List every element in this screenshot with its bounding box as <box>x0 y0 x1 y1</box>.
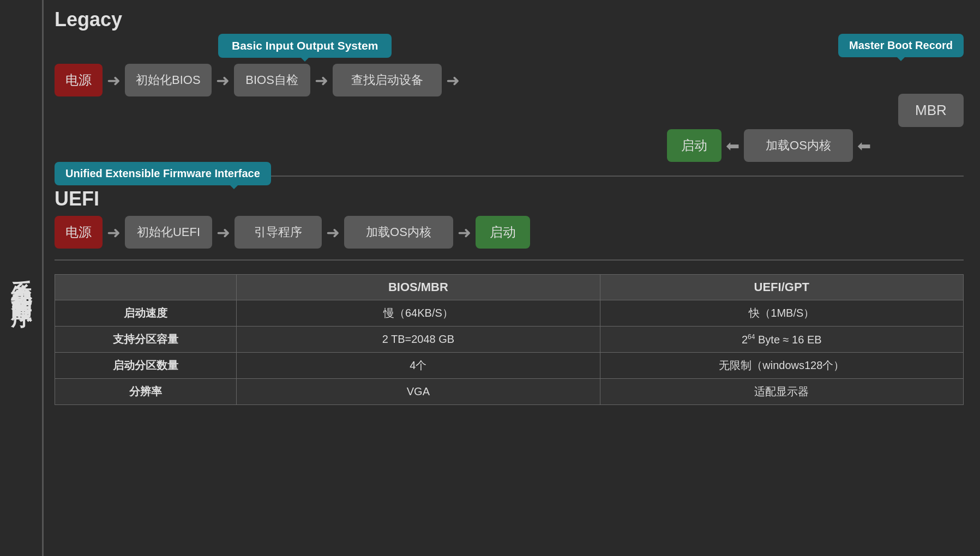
mbr-callout-box: Master Boot Record <box>838 34 964 57</box>
uefi-flow-wrapper: 电源 ➜ 初始化UEFI ➜ 引导程序 ➜ 加载OS内核 ➜ 启动 <box>55 216 964 249</box>
arrow1: ➜ <box>107 71 121 90</box>
mbr-callout-wrapper: Master Boot Record <box>838 34 964 57</box>
comparison-table-wrapper: BIOS/MBR UEFI/GPT 启动速度慢（64KB/S）快（1MB/S）支… <box>55 271 964 405</box>
cell-bios: 4个 <box>237 353 600 379</box>
table-row: 启动速度慢（64KB/S）快（1MB/S） <box>55 300 964 327</box>
table-row: 支持分区容量2 TB=2048 GB264 Byte ≈ 16 EB <box>55 327 964 353</box>
legacy-bios-check-box: BIOS自检 <box>234 64 310 96</box>
cell-bios: 慢（64KB/S） <box>237 300 600 327</box>
cell-uefi: 适配显示器 <box>600 379 963 405</box>
arrow4: ➜ <box>446 71 460 90</box>
arrow3: ➜ <box>315 71 328 90</box>
uefi-arrow2: ➜ <box>217 223 230 242</box>
uefi-power-box: 电源 <box>55 216 103 249</box>
bios-callout-box: Basic Input Output System <box>218 34 392 58</box>
legacy-start-box: 启动 <box>667 129 722 162</box>
uefi-init-box: 初始化UEFI <box>125 216 212 249</box>
uefi-section: UEFI 电源 ➜ 初始化UEFI ➜ 引导程序 ➜ 加载OS内核 ➜ 启动 <box>55 188 964 249</box>
arrow2: ➜ <box>216 71 230 90</box>
legacy-header: Legacy <box>55 8 964 31</box>
arrow-back1: ⬅ <box>726 136 739 155</box>
cell-uefi: 无限制（windows128个） <box>600 353 963 379</box>
mbr-box: MBR <box>898 94 964 127</box>
mbr-box-area: MBR <box>898 64 964 127</box>
uefi-arrow1: ➜ <box>107 223 121 242</box>
table-header-row: BIOS/MBR UEFI/GPT <box>55 275 964 300</box>
comparison-table: BIOS/MBR UEFI/GPT 启动速度慢（64KB/S）快（1MB/S）支… <box>55 274 964 405</box>
vertical-title: 系统启动的顺序 <box>0 0 44 556</box>
uefi-callout-wrapper: Unified Extensible Firmware Interface <box>55 162 271 185</box>
cell-uefi: 264 Byte ≈ 16 EB <box>600 327 963 353</box>
separator-2 <box>55 259 964 261</box>
cell-bios: 2 TB=2048 GB <box>237 327 600 353</box>
legacy-section: Legacy Basic Input Output System Master … <box>55 8 964 165</box>
cell-feature: 启动速度 <box>55 300 237 327</box>
cell-feature: 启动分区数量 <box>55 353 237 379</box>
table-row: 分辨率VGA适配显示器 <box>55 379 964 405</box>
uefi-header: UEFI <box>55 188 964 210</box>
legacy-row2: 启动 ⬅ 加载OS内核 ⬅ <box>55 129 964 162</box>
main-content: Legacy Basic Input Output System Master … <box>44 0 980 556</box>
uefi-callout-box: Unified Extensible Firmware Interface <box>55 162 271 185</box>
cell-feature: 分辨率 <box>55 379 237 405</box>
legacy-power-box: 电源 <box>55 64 103 96</box>
legacy-load-os-box: 加载OS内核 <box>744 129 853 162</box>
legacy-row2-wrapper: Unified Extensible Firmware Interface 启动… <box>55 129 964 162</box>
uefi-bootloader-box: 引导程序 <box>235 216 322 249</box>
uefi-arrow3: ➜ <box>326 223 340 242</box>
cell-uefi: 快（1MB/S） <box>600 300 963 327</box>
col-uefi-header: UEFI/GPT <box>600 275 963 300</box>
title-text: 系统启动的顺序 <box>11 263 32 293</box>
arrow-back2: ⬅ <box>857 136 871 155</box>
uefi-arrow4: ➜ <box>458 223 471 242</box>
legacy-init-bios-box: 初始化BIOS <box>125 64 212 96</box>
uefi-load-os-box: 加载OS内核 <box>344 216 453 249</box>
legacy-row1: 电源 ➜ 初始化BIOS ➜ BIOS自检 ➜ 查找启动设备 ➜ <box>55 64 964 96</box>
bios-callout-wrapper: Basic Input Output System <box>218 34 392 58</box>
table-body: 启动速度慢（64KB/S）快（1MB/S）支持分区容量2 TB=2048 GB2… <box>55 300 964 405</box>
legacy-flow-wrapper: Basic Input Output System Master Boot Re… <box>55 34 964 162</box>
uefi-start-box: 启动 <box>476 216 530 249</box>
legacy-find-device-box: 查找启动设备 <box>333 64 442 96</box>
cell-bios: VGA <box>237 379 600 405</box>
cell-feature: 支持分区容量 <box>55 327 237 353</box>
uefi-flow-row: 电源 ➜ 初始化UEFI ➜ 引导程序 ➜ 加载OS内核 ➜ 启动 <box>55 216 964 249</box>
legacy-rows-container: 电源 ➜ 初始化BIOS ➜ BIOS自检 ➜ 查找启动设备 ➜ MBR <box>55 64 964 162</box>
col-bios-header: BIOS/MBR <box>237 275 600 300</box>
table-row: 启动分区数量4个无限制（windows128个） <box>55 353 964 379</box>
col-feature-header <box>55 275 237 300</box>
